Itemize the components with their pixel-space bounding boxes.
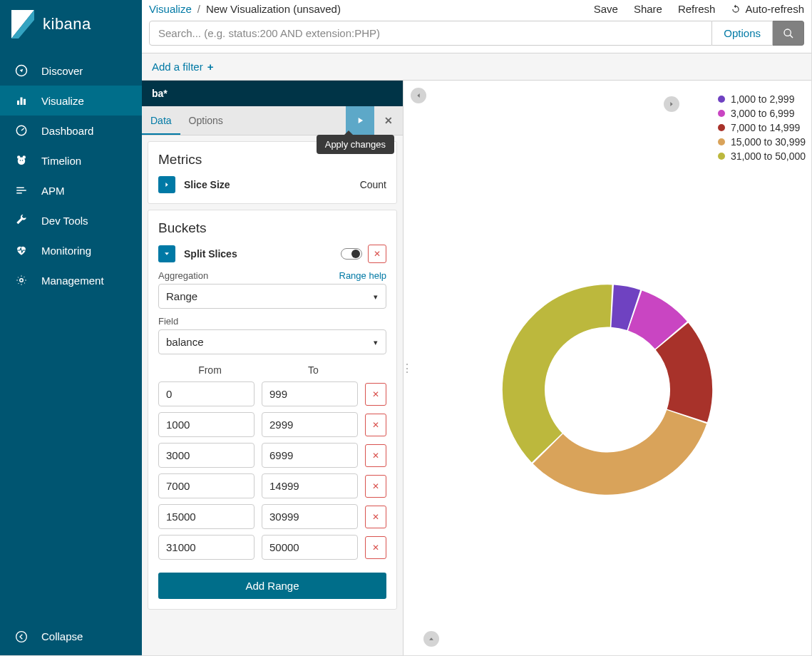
- legend-item[interactable]: 3,000 to 6,999: [705, 108, 806, 119]
- filter-bar: Add a filter +: [142, 53, 811, 81]
- search-icon: [783, 28, 794, 39]
- range-to-input[interactable]: [262, 381, 358, 406]
- play-icon: [355, 116, 365, 125]
- spy-panel-toggle[interactable]: [423, 631, 439, 647]
- sidebar-item-discover[interactable]: Discover: [0, 56, 142, 86]
- visualization-area: ⋮ 1,000 to 2,9993,000 to 6,9997,000 to 1…: [404, 81, 811, 655]
- remove-range-button[interactable]: ✕: [365, 536, 386, 559]
- donut-slice[interactable]: [533, 410, 707, 495]
- bear-icon: [14, 154, 29, 167]
- kibana-logo-icon: [11, 10, 34, 39]
- range-from-input[interactable]: [158, 381, 255, 406]
- sidebar-item-timelion[interactable]: Timelion: [0, 145, 142, 175]
- remove-range-button[interactable]: ✕: [365, 506, 386, 528]
- field-label: Field: [158, 316, 178, 327]
- bucket-label: Split Slices: [184, 248, 237, 260]
- svg-rect-15: [16, 193, 22, 194]
- collapse-icon: [14, 631, 29, 642]
- remove-range-button[interactable]: ✕: [365, 475, 386, 498]
- remove-range-button[interactable]: ✕: [365, 414, 386, 436]
- share-button[interactable]: Share: [634, 3, 662, 15]
- donut-slice[interactable]: [503, 285, 612, 463]
- remove-range-button[interactable]: ✕: [365, 444, 386, 467]
- auto-refresh-icon: [731, 4, 741, 14]
- gear-icon: [14, 274, 29, 287]
- panel-collapse-left[interactable]: [411, 88, 426, 103]
- sidebar-item-label: Management: [41, 275, 104, 287]
- remove-range-button[interactable]: ✕: [365, 383, 386, 406]
- tab-data[interactable]: Data: [142, 108, 180, 135]
- range-row: ✕: [158, 504, 386, 529]
- breadcrumb: Visualize / New Visualization (unsaved): [149, 3, 341, 15]
- sidebar-item-label: Timelion: [41, 155, 81, 167]
- refresh-button[interactable]: Refresh: [678, 3, 716, 15]
- svg-rect-13: [16, 188, 24, 189]
- panel-resize-handle[interactable]: ⋮: [401, 362, 411, 375]
- sidebar-item-monitoring[interactable]: Monitoring: [0, 235, 142, 265]
- tab-options[interactable]: Options: [180, 108, 232, 133]
- close-icon: ✕: [372, 420, 379, 430]
- sidebar-item-label: APM: [41, 185, 65, 197]
- legend-collapse[interactable]: [664, 96, 679, 112]
- legend-label: 15,000 to 30,999: [731, 136, 806, 148]
- breadcrumb-root[interactable]: Visualize: [149, 3, 192, 15]
- brand: kibana: [0, 0, 142, 56]
- expand-metric-button[interactable]: [158, 176, 175, 193]
- sidebar-item-apm[interactable]: APM: [0, 175, 142, 205]
- plus-icon: +: [207, 61, 214, 73]
- collapse-bucket-button[interactable]: [158, 245, 175, 262]
- metric-value: Count: [360, 179, 386, 190]
- range-to-input[interactable]: [262, 504, 358, 529]
- range-from-input[interactable]: [158, 473, 255, 498]
- add-range-button[interactable]: Add Range: [158, 573, 386, 599]
- svg-point-10: [18, 158, 26, 165]
- app-sidebar: kibana DiscoverVisualizeDashboardTimelio…: [0, 0, 142, 655]
- close-icon: ✕: [372, 389, 379, 399]
- discard-changes-button[interactable]: ✕: [374, 106, 403, 135]
- range-from-input[interactable]: [158, 443, 255, 468]
- brand-name: kibana: [43, 15, 91, 34]
- sidebar-item-dashboard[interactable]: Dashboard: [0, 116, 142, 145]
- range-from-input[interactable]: [158, 504, 255, 529]
- chevron-right-icon: [668, 101, 675, 108]
- add-filter-button[interactable]: Add a filter +: [152, 61, 213, 73]
- range-to-input[interactable]: [262, 443, 358, 468]
- sidebar-item-management[interactable]: Management: [0, 265, 142, 295]
- bucket-toggle[interactable]: [341, 248, 362, 260]
- legend-item[interactable]: 1,000 to 2,999: [705, 93, 806, 105]
- svg-point-17: [16, 631, 27, 642]
- search-submit-button[interactable]: [773, 21, 804, 46]
- chevron-down-icon: [163, 250, 170, 257]
- sidebar-collapse[interactable]: Collapse: [0, 620, 142, 655]
- search-options-button[interactable]: Options: [712, 21, 773, 46]
- remove-bucket-button[interactable]: ✕: [368, 245, 386, 263]
- legend-item[interactable]: 15,000 to 30,999: [705, 136, 806, 148]
- metric-row[interactable]: Slice Size Count: [158, 176, 386, 193]
- sidebar-item-dev-tools[interactable]: Dev Tools: [0, 205, 142, 235]
- save-button[interactable]: Save: [594, 3, 618, 15]
- range-to-input[interactable]: [262, 412, 358, 437]
- compass-icon: [14, 64, 29, 77]
- field-select[interactable]: balance: [158, 329, 386, 354]
- aggregation-select[interactable]: Range: [158, 284, 386, 309]
- from-header: From: [158, 364, 262, 376]
- range-to-input[interactable]: [262, 535, 358, 560]
- search-input[interactable]: [149, 21, 712, 46]
- wrench-icon: [14, 214, 29, 227]
- range-row: ✕: [158, 473, 386, 498]
- svg-rect-4: [21, 98, 23, 106]
- legend-item[interactable]: 7,000 to 14,999: [705, 122, 806, 133]
- panel-tabs: Data Options ✕ Apply changes: [142, 106, 403, 135]
- workspace: ba* Data Options ✕ Apply changes Metr: [142, 81, 811, 655]
- range-to-input[interactable]: [262, 473, 358, 498]
- sidebar-item-visualize[interactable]: Visualize: [0, 86, 142, 116]
- config-panel: ba* Data Options ✕ Apply changes Metr: [142, 81, 404, 655]
- range-help-link[interactable]: Range help: [339, 270, 387, 281]
- panel-body: Metrics Slice Size Count Buckets: [142, 135, 403, 655]
- legend-swatch: [718, 138, 725, 145]
- range-from-input[interactable]: [158, 535, 255, 560]
- legend-item[interactable]: 31,000 to 50,000: [705, 150, 806, 162]
- auto-refresh-button[interactable]: Auto-refresh: [731, 3, 804, 15]
- range-from-input[interactable]: [158, 412, 255, 437]
- close-icon: ✕: [372, 481, 379, 491]
